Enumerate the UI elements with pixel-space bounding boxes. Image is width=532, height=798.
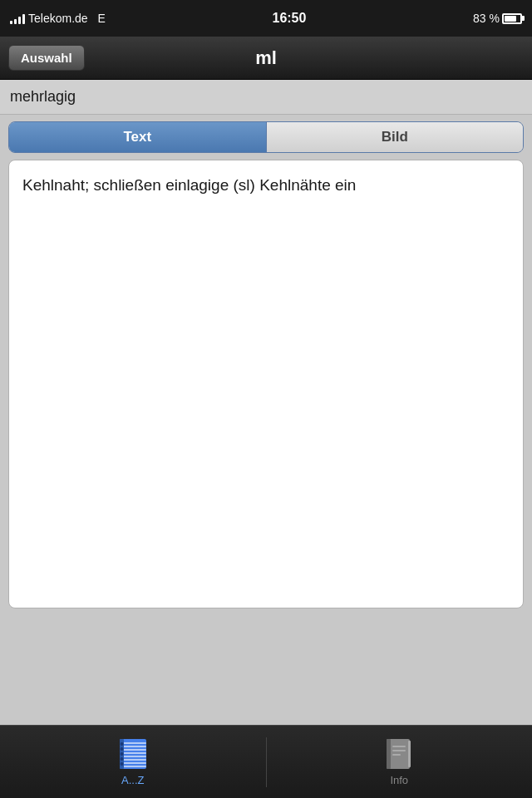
svg-rect-16 <box>387 739 391 769</box>
status-bar: Telekom.de E 16:50 83 % <box>0 0 532 37</box>
back-button[interactable]: Auswahl <box>8 45 85 71</box>
battery-container: 83 % <box>473 12 522 25</box>
svg-point-10 <box>120 742 123 746</box>
svg-point-14 <box>120 762 123 766</box>
svg-point-12 <box>120 752 123 756</box>
battery-fill <box>505 16 516 22</box>
svg-rect-19 <box>392 750 406 751</box>
tab-az-label: A...Z <box>121 774 144 786</box>
search-area: mehrlagig <box>0 80 532 115</box>
battery-percent: 83 % <box>473 12 500 25</box>
content-area: Kehlnaht; schließen einlagige (sl) Kehln… <box>8 160 524 608</box>
tab-bild[interactable]: Bild <box>267 122 524 152</box>
time-label: 16:50 <box>272 11 306 26</box>
info-book-icon <box>385 737 413 771</box>
svg-point-11 <box>120 747 123 751</box>
book-svg-icon <box>385 737 413 771</box>
nav-bar: Auswahl ml <box>0 37 532 80</box>
svg-rect-17 <box>408 741 411 767</box>
status-left: Telekom.de E <box>10 12 106 25</box>
search-term: mehrlagig <box>10 88 76 105</box>
tab-info[interactable]: Info <box>267 731 533 793</box>
az-icon <box>116 737 150 771</box>
segmented-control: Text Bild <box>8 121 524 153</box>
content-text: Kehlnaht; schließen einlagige (sl) Kehln… <box>22 174 510 198</box>
signal-bar-4 <box>22 14 25 24</box>
carrier-label: Telekom.de <box>28 12 88 25</box>
az-svg-icon <box>116 737 150 771</box>
tab-info-label: Info <box>390 774 408 786</box>
signal-bar-1 <box>10 21 12 24</box>
tab-az[interactable]: A...Z <box>0 731 266 793</box>
svg-point-13 <box>120 757 123 761</box>
battery-icon <box>502 13 522 24</box>
signal-bar-2 <box>14 19 17 24</box>
tab-text[interactable]: Text <box>9 122 266 152</box>
svg-rect-20 <box>392 754 401 756</box>
signal-bars-icon <box>10 12 25 24</box>
signal-bar-3 <box>18 17 21 24</box>
network-type: E <box>97 12 105 25</box>
nav-title: ml <box>255 47 277 69</box>
tab-bar: A...Z Info <box>0 725 532 798</box>
svg-rect-18 <box>392 746 406 747</box>
